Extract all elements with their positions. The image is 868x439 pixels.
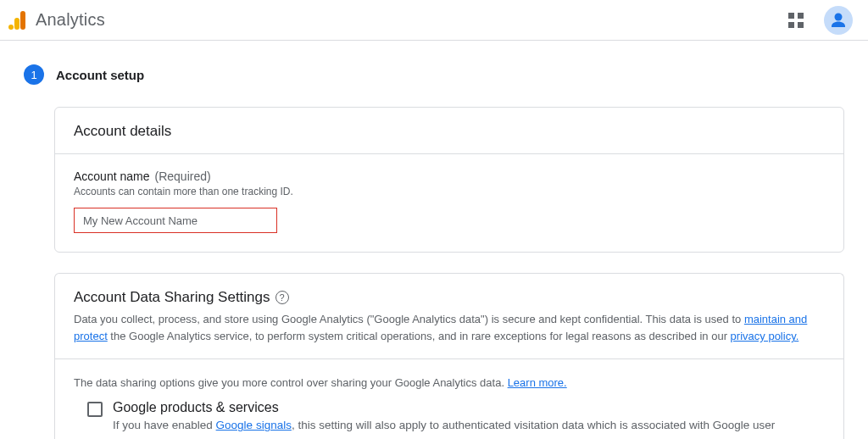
privacy-policy-link[interactable]: privacy policy. [731, 330, 799, 342]
option-google-products: Google products & services If you have e… [74, 400, 825, 439]
data-sharing-title: Account Data Sharing Settings ? [74, 289, 825, 306]
card-title: Account details [55, 108, 843, 154]
step-title: Account setup [56, 68, 144, 82]
apps-launcher-icon[interactable] [788, 13, 804, 28]
help-icon[interactable]: ? [275, 291, 289, 304]
account-name-label: Account name (Required) [74, 169, 825, 183]
step-number-badge: 1 [24, 64, 44, 85]
analytics-logo [8, 11, 25, 30]
account-avatar[interactable] [824, 6, 853, 35]
data-sharing-description: Data you collect, process, and store usi… [74, 311, 825, 345]
stepper-step-1: 1 Account setup [24, 64, 844, 85]
google-signals-link[interactable]: Google signals [216, 419, 292, 431]
app-title: Analytics [36, 10, 105, 30]
account-details-card: Account details Account name (Required) … [54, 107, 844, 253]
checkbox-google-products[interactable] [87, 402, 103, 417]
app-header: Analytics [0, 0, 868, 41]
option-title: Google products & services [113, 400, 825, 415]
account-name-hint: Accounts can contain more than one track… [74, 186, 825, 197]
learn-more-link[interactable]: Learn more. [508, 376, 567, 389]
account-name-input[interactable] [74, 208, 277, 233]
option-description: If you have enabled Google signals, this… [113, 417, 825, 439]
user-icon [828, 10, 849, 31]
data-sharing-card: Account Data Sharing Settings ? Data you… [54, 273, 844, 439]
svg-point-0 [835, 13, 843, 20]
data-sharing-options-intro: The data sharing options give you more c… [74, 375, 825, 392]
